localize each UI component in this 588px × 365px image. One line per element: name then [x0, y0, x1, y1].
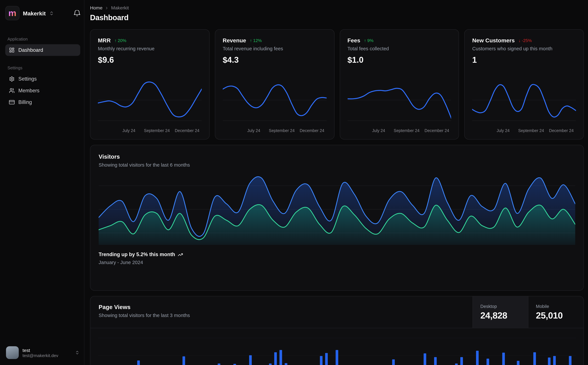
- page-views-subtitle: Showing total visitors for the last 3 mo…: [99, 313, 464, 318]
- stat-cards-row: MRR ↑20% Monthly recurring revenue $9.6 …: [90, 29, 584, 140]
- tab-value: 25,010: [536, 310, 576, 321]
- stat-name: Fees: [347, 37, 360, 43]
- tab-label: Desktop: [480, 304, 520, 309]
- user-name: test: [22, 348, 58, 353]
- visitors-date-range: January - June 2024: [99, 260, 575, 265]
- chevron-right-icon: [105, 6, 109, 10]
- sidebar-item-label: Settings: [18, 76, 37, 82]
- svg-text:July 24: July 24: [372, 128, 385, 133]
- trending-up-icon: [178, 252, 183, 257]
- svg-text:December 24: December 24: [549, 128, 574, 133]
- user-menu[interactable]: test test@makerkit.dev: [5, 345, 80, 360]
- page-title: Dashboard: [90, 14, 584, 22]
- dashboard-icon: [9, 47, 14, 53]
- visitors-title: Visitors: [99, 153, 575, 160]
- stat-value: $4.3: [223, 55, 326, 65]
- users-icon: [9, 88, 14, 93]
- sidebar: m Makerkit Application Dashboard Setting…: [0, 0, 84, 365]
- trend-badge: ↑9%: [364, 38, 374, 42]
- svg-text:July 24: July 24: [247, 128, 260, 133]
- credit-card-icon: [9, 99, 14, 105]
- stat-value: $1.0: [347, 55, 451, 65]
- fees-sparkline-chart: July 24September 24December 24: [347, 77, 451, 134]
- breadcrumb-home-link[interactable]: Home: [90, 5, 103, 11]
- tab-desktop[interactable]: Desktop 24,828: [473, 296, 528, 328]
- tab-label: Mobile: [536, 304, 576, 309]
- svg-text:July 24: July 24: [497, 128, 510, 133]
- sidebar-item-label: Dashboard: [18, 47, 43, 53]
- stat-name: Revenue: [223, 37, 246, 43]
- breadcrumb-current: Makerkit: [111, 5, 129, 11]
- workspace-name: Makerkit: [23, 10, 46, 16]
- svg-text:September 24: September 24: [394, 128, 419, 133]
- sidebar-item-label: Billing: [18, 99, 32, 105]
- stat-subtitle: Total revenue including fees: [223, 46, 326, 51]
- visitors-area-chart: [99, 174, 575, 245]
- svg-text:September 24: September 24: [518, 128, 544, 133]
- stat-card-mrr: MRR ↑20% Monthly recurring revenue $9.6 …: [90, 29, 210, 140]
- visitors-trend-text: Trending up by 5.2% this month: [99, 252, 175, 257]
- page-views-title: Page Views: [99, 304, 464, 311]
- logo-letter: m: [8, 9, 16, 18]
- tab-value: 24,828: [480, 310, 520, 321]
- revenue-sparkline-chart: July 24September 24December 24: [223, 77, 326, 134]
- sidebar-item-dashboard[interactable]: Dashboard: [5, 44, 80, 56]
- sidebar-item-settings[interactable]: Settings: [5, 73, 80, 85]
- trend-badge: ↓-25%: [519, 38, 532, 42]
- gear-icon: [9, 76, 14, 82]
- svg-text:December 24: December 24: [175, 128, 200, 133]
- svg-text:July 24: July 24: [122, 128, 135, 133]
- arrow-down-icon: ↓: [519, 38, 521, 42]
- stat-value: $9.6: [98, 55, 202, 65]
- stat-name: New Customers: [472, 37, 515, 43]
- workspace-switcher[interactable]: m Makerkit: [5, 6, 80, 20]
- stat-value: 1: [472, 55, 576, 65]
- page-views-header: Page Views Showing total visitors for th…: [90, 296, 583, 328]
- user-email: test@makerkit.dev: [22, 353, 58, 358]
- notifications-bell-icon[interactable]: [74, 10, 80, 16]
- visitors-subtitle: Showing total visitors for the last 6 mo…: [99, 162, 575, 168]
- arrow-up-icon: ↑: [250, 38, 252, 42]
- page-views-bar-chart: [98, 328, 576, 365]
- stat-subtitle: Monthly recurring revenue: [98, 46, 202, 51]
- app-window: m Makerkit Application Dashboard Setting…: [0, 0, 588, 365]
- customers-sparkline-chart: July 24September 24December 24: [472, 77, 576, 134]
- sidebar-item-billing[interactable]: Billing: [5, 97, 80, 108]
- chevrons-up-down-icon: [49, 11, 54, 15]
- svg-text:September 24: September 24: [269, 128, 295, 133]
- sidebar-item-label: Members: [18, 88, 40, 93]
- stat-card-new-customers: New Customers ↓-25% Customers who signed…: [464, 29, 584, 140]
- section-label-settings: Settings: [7, 66, 78, 70]
- main-content: Home Makerkit Dashboard MRR ↑20% Monthly…: [84, 0, 588, 365]
- stat-subtitle: Customers who signed up this month: [472, 46, 576, 51]
- arrow-up-icon: ↑: [364, 38, 366, 42]
- chevrons-up-down-icon: [75, 351, 79, 355]
- svg-text:September 24: September 24: [144, 128, 170, 133]
- section-label-application: Application: [7, 37, 78, 41]
- svg-text:December 24: December 24: [424, 128, 449, 133]
- breadcrumb: Home Makerkit: [90, 5, 584, 11]
- stat-name: MRR: [98, 37, 111, 43]
- makerkit-logo: m: [5, 6, 20, 20]
- tab-mobile[interactable]: Mobile 25,010: [528, 296, 583, 328]
- page-views-chart-area: [98, 328, 576, 365]
- page-views-card: Page Views Showing total visitors for th…: [90, 296, 584, 365]
- svg-text:December 24: December 24: [299, 128, 324, 133]
- trend-badge: ↑12%: [250, 38, 262, 42]
- stat-card-fees: Fees ↑9% Total fees collected $1.0 July …: [339, 29, 459, 140]
- mrr-sparkline-chart: July 24September 24December 24: [98, 77, 202, 134]
- visitors-card: Visitors Showing total visitors for the …: [90, 145, 584, 291]
- stat-card-revenue: Revenue ↑12% Total revenue including fee…: [215, 29, 334, 140]
- avatar: [6, 346, 19, 359]
- arrow-up-icon: ↑: [114, 38, 117, 42]
- sidebar-item-members[interactable]: Members: [5, 85, 80, 96]
- trend-badge: ↑20%: [114, 38, 126, 42]
- stat-subtitle: Total fees collected: [347, 46, 451, 51]
